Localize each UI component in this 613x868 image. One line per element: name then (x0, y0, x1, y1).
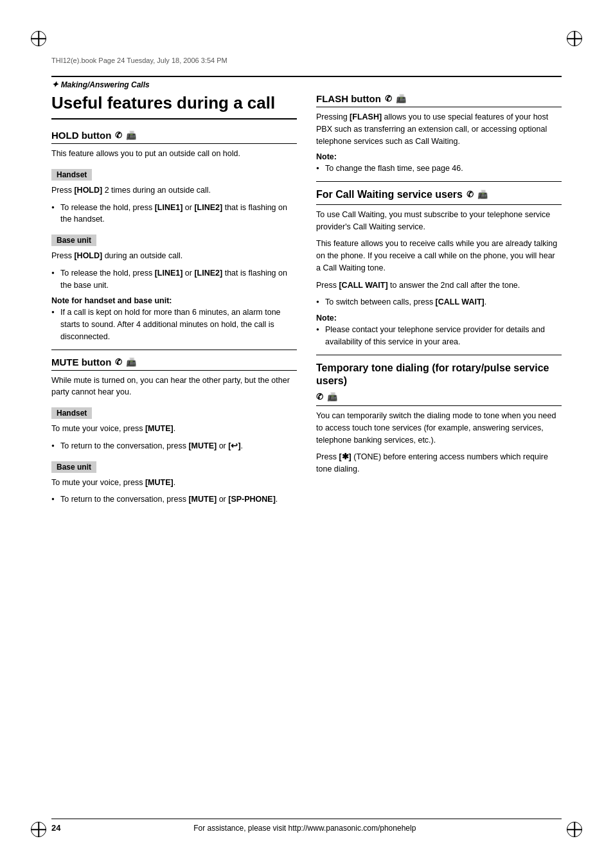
call-waiting-note-heading: Note: (316, 314, 562, 323)
hold-base-badge: Base unit (51, 235, 96, 246)
hold-base-bullets: To release the hold, press [LINE1] or [L… (51, 267, 297, 292)
footer-assistance-text: For assistance, please visit http://www.… (193, 824, 416, 833)
call-waiting-icon-base: 📠 (477, 190, 488, 200)
mute-handset-bullets: To return to the conversation, press [MU… (51, 440, 297, 452)
mute-intro: While mute is turned on, you can hear th… (51, 375, 297, 399)
main-content: Useful features during a call HOLD butto… (51, 93, 562, 810)
call-waiting-note-bullets: Please contact your telephone service pr… (316, 324, 562, 348)
call-waiting-divider (316, 181, 562, 182)
tone-dialing-section: Temporary tone dialing (for rotary/pulse… (316, 362, 562, 475)
flash-section: FLASH button ✆ 📠 Pressing [FLASH] allows… (316, 93, 562, 175)
tone-dialing-icon-base: 📠 (327, 392, 337, 403)
call-waiting-body2: This feature allows you to receive calls… (316, 238, 562, 274)
mute-section: MUTE button ✆ 📠 While mute is turned on,… (51, 357, 297, 506)
call-waiting-note-bullet-1: Please contact your telephone service pr… (316, 324, 562, 348)
flash-body: Pressing [FLASH] allows you to use speci… (316, 111, 562, 147)
mute-icon-handset: ✆ (115, 357, 122, 367)
call-waiting-section: For Call Waiting service users ✆ 📠 To us… (316, 188, 562, 348)
hold-handset-badge: Handset (51, 169, 92, 181)
hold-base-bullet-1: To release the hold, press [LINE1] or [L… (51, 267, 297, 292)
hold-icon-base: 📠 (126, 130, 136, 140)
hold-note-bullets: If a call is kept on hold for more than … (51, 306, 297, 342)
call-waiting-bullets: To switch between calls, press [CALL WAI… (316, 296, 562, 308)
right-column: FLASH button ✆ 📠 Pressing [FLASH] allows… (316, 93, 562, 810)
flash-heading-text: FLASH button (316, 93, 381, 104)
flash-note-bullet-1: To change the flash time, see page 46. (316, 163, 562, 175)
tone-dialing-icon-handset: ✆ (316, 392, 323, 403)
tone-dialing-divider (316, 355, 562, 355)
tone-dialing-body2: Press [✱] (TONE) before entering access … (316, 451, 562, 475)
hold-note-bullet-1: If a call is kept on hold for more than … (51, 306, 297, 342)
tone-dialing-body1: You can temporarily switch the dialing m… (316, 410, 562, 446)
hold-section-heading: HOLD button ✆ 📠 (51, 130, 297, 144)
page: THI12(e).book Page 24 Tuesday, July 18, … (0, 0, 613, 868)
hold-handset-text: Press [HOLD] 2 times during an outside c… (51, 184, 297, 197)
hold-heading-text: HOLD button (51, 130, 111, 141)
page-title: Useful features during a call (51, 93, 297, 120)
header-section-symbol: ✦ (51, 80, 61, 89)
flash-note-bullets: To change the flash time, see page 46. (316, 163, 562, 175)
hold-handset-bullet-1: To release the hold, press [LINE1] or [L… (51, 202, 297, 226)
hold-note-heading: Note for handset and base unit: (51, 296, 297, 305)
page-number: 24 (51, 823, 60, 833)
flash-section-heading: FLASH button ✆ 📠 (316, 93, 562, 107)
flash-icon-base: 📠 (396, 94, 406, 103)
tone-dialing-heading-text: Temporary tone dialing (for rotary/pulse… (316, 362, 562, 389)
mute-heading-text: MUTE button (51, 357, 111, 368)
flash-icon-handset: ✆ (385, 94, 392, 103)
mute-base-bullet-1: To return to the conversation, press [MU… (51, 493, 297, 506)
hold-base-text: Press [HOLD] during an outside call. (51, 250, 297, 262)
mute-handset-bullet-1: To return to the conversation, press [MU… (51, 440, 297, 452)
mute-base-text: To mute your voice, press [MUTE]. (51, 477, 297, 489)
mute-icon-base: 📠 (126, 357, 136, 367)
mute-section-heading: MUTE button ✆ 📠 (51, 357, 297, 371)
mute-base-badge: Base unit (51, 461, 96, 473)
mute-base-bullets: To return to the conversation, press [MU… (51, 493, 297, 506)
call-waiting-bullet-1: To switch between calls, press [CALL WAI… (316, 296, 562, 308)
call-waiting-heading-text: For Call Waiting service users (316, 188, 463, 202)
mute-handset-text: To mute your voice, press [MUTE]. (51, 423, 297, 435)
call-waiting-heading: For Call Waiting service users ✆ 📠 (316, 188, 562, 205)
two-column-layout: Useful features during a call HOLD butto… (51, 93, 562, 810)
footer: 24 For assistance, please visit http://w… (51, 819, 562, 833)
hold-icon-handset: ✆ (115, 130, 122, 140)
mute-handset-badge: Handset (51, 407, 92, 419)
mute-divider (51, 350, 297, 350)
header-section-title: Making/Answering Calls (61, 80, 150, 89)
hold-section: HOLD button ✆ 📠 This feature allows you … (51, 130, 297, 343)
header-bar: ✦ Making/Answering Calls (51, 76, 562, 89)
flash-note-heading: Note: (316, 152, 562, 161)
hold-handset-bullets: To release the hold, press [LINE1] or [L… (51, 202, 297, 226)
call-waiting-body3: Press [CALL WAIT] to answer the 2nd call… (316, 279, 562, 292)
hold-intro: This feature allows you to put an outsid… (51, 148, 297, 160)
call-waiting-icon-handset: ✆ (466, 190, 474, 200)
tone-dialing-heading: Temporary tone dialing (for rotary/pulse… (316, 362, 562, 406)
book-reference: THI12(e).book Page 24 Tuesday, July 18, … (51, 57, 227, 64)
call-waiting-body1: To use Call Waiting, you must subscribe … (316, 209, 562, 233)
left-column: Useful features during a call HOLD butto… (51, 93, 297, 810)
